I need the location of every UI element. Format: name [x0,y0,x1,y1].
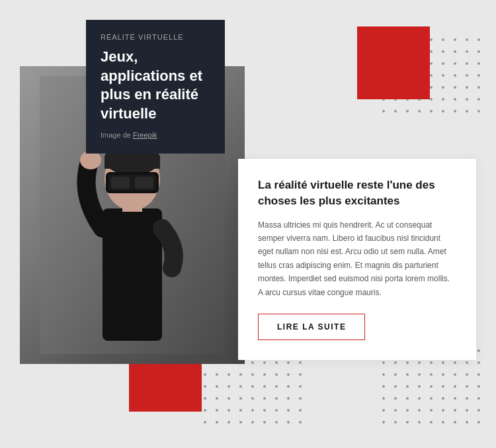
svg-rect-9 [135,177,153,189]
content-card-title: La réalité virtuelle reste l'une des cho… [258,177,456,209]
image-credit: Image de Freepik [101,131,210,139]
red-rectangle-top [357,26,430,99]
page-scene: // Generated inline [0,0,496,448]
freepik-link[interactable]: Freepik [133,131,157,139]
content-card: La réalité virtuelle reste l'une des cho… [238,159,476,360]
title-card: RÉALITÉ VIRTUELLE Jeux, applications et … [86,20,225,154]
content-card-body: Massa ultricies mi quis hendrerit. Ac ut… [258,218,456,299]
card-main-title: Jeux, applications et plus en réalité vi… [101,48,210,123]
svg-rect-5 [104,156,160,169]
card-subtitle: RÉALITÉ VIRTUELLE [101,33,210,41]
read-more-button[interactable]: LIRE LA SUITE [258,314,365,340]
image-credit-prefix: Image de [101,131,133,139]
svg-rect-8 [111,177,130,189]
